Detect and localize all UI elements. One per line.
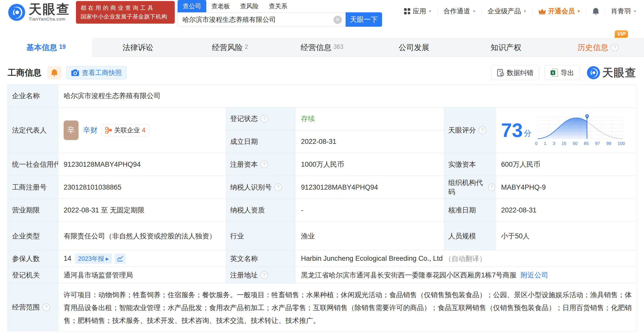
company-name-label: 企业名称	[8, 85, 58, 107]
help-icon[interactable]: ?	[260, 115, 268, 123]
view-snapshot-label: 查看工商快照	[82, 68, 122, 77]
help-icon[interactable]: ?	[260, 271, 268, 279]
view-snapshot-button[interactable]: 查看工商快照	[66, 66, 127, 79]
top-menu: 应用▼ 合作通道▼ 企业级产品▼ 开通会员▼ 肖青羽▼	[404, 7, 637, 16]
monitor-bell-button[interactable]	[47, 66, 62, 79]
approval-date-label: 核准日期	[444, 199, 495, 222]
crown-icon	[538, 8, 546, 15]
user-menu[interactable]: 肖青羽▼	[611, 7, 637, 16]
help-icon[interactable]: ?	[488, 183, 495, 191]
chevron-down-icon: ▼	[428, 9, 432, 13]
clear-search-icon[interactable]: ✕	[334, 16, 342, 24]
divider	[482, 8, 482, 15]
help-icon[interactable]: ?	[260, 161, 268, 168]
english-name-label: 英文名称	[226, 250, 295, 267]
taxpayer-id-label: 纳税人识别号?	[226, 176, 295, 199]
registration-authority-value: 通河县市场监督管理局	[58, 267, 226, 283]
tab-label: 法律诉讼	[123, 42, 153, 53]
tab-label: 经营信息	[301, 42, 331, 53]
insured-count-value: 14	[64, 255, 71, 263]
notification-bell[interactable]	[592, 7, 599, 15]
help-icon[interactable]: ?	[479, 126, 486, 134]
data-correction-label: 数据纠错	[507, 68, 533, 77]
export-label: 导出	[561, 68, 574, 77]
reg-number-label: 工商注册号	[8, 176, 58, 199]
tab-company-development[interactable]: 公司发展	[368, 38, 460, 57]
bell-icon	[51, 69, 58, 77]
registered-address-label: 注册地址?	[226, 267, 295, 283]
company-type-label: 企业类型	[8, 222, 58, 250]
org-chart-icon	[105, 127, 112, 134]
divider	[605, 8, 605, 15]
legal-rep-name-link[interactable]: 辛财	[83, 125, 97, 135]
trend-chart-icon[interactable]	[114, 254, 126, 264]
brand-name: 天眼查	[29, 3, 70, 16]
help-icon[interactable]: ?	[42, 303, 50, 311]
search-tab-company[interactable]: 查公司	[178, 0, 206, 12]
registration-authority-label: 登记机关	[8, 267, 58, 283]
tianyancha-logo[interactable]: 天眼查 TianYanCha.com	[8, 3, 72, 22]
reg-status-value: 存续	[295, 107, 444, 130]
score-unit: 分	[524, 128, 532, 139]
menu-enterprise-label: 企业级产品	[487, 7, 521, 16]
business-term-value: 2022-08-31 至 无固定期限	[58, 199, 226, 222]
taxpayer-quality-value: -	[295, 199, 444, 222]
tab-operating-risk[interactable]: 经营风险 2	[184, 38, 276, 57]
tianyancha-logo-icon	[8, 3, 26, 21]
tab-legal-proceedings[interactable]: 法律诉讼	[92, 38, 184, 57]
industry-label: 行业	[226, 222, 295, 250]
menu-partner[interactable]: 合作通道▼	[444, 7, 476, 16]
username: 肖青羽	[611, 7, 631, 16]
tab-label: 历史信息	[578, 42, 608, 53]
taxpayer-quality-label: 纳税人资质	[226, 199, 295, 222]
export-button[interactable]: X 导出	[544, 65, 580, 80]
paid-capital-value: 600万人民币	[495, 153, 637, 176]
tab-business-info[interactable]: 经营信息 363	[276, 38, 368, 57]
auto-translate-note: （自动翻译）	[445, 254, 486, 263]
search-tab-relation[interactable]: 查关系	[264, 0, 292, 12]
tianyan-score-cell[interactable]: 73 分	[495, 107, 637, 153]
insured-count-cell: 14 2023年报 ▸	[58, 250, 226, 267]
brand-slogan-badge: 都在用的商业查询工具 国家中小企业发展子基金旗下机构	[76, 1, 175, 24]
search-input[interactable]	[178, 12, 346, 27]
tab-label: 知识产权	[491, 42, 521, 53]
chevron-down-icon: ▼	[577, 9, 581, 13]
menu-apps[interactable]: 应用▼	[404, 7, 432, 16]
help-icon[interactable]: ?	[611, 44, 619, 51]
menu-vip[interactable]: 开通会员▼	[538, 7, 581, 16]
nearby-companies-link[interactable]: 附近公司	[521, 271, 548, 280]
header: 天眼查 TianYanCha.com 都在用的商业查询工具 国家中小企业发展子基…	[0, 0, 644, 25]
insured-count-label: 参保人数	[8, 250, 58, 267]
chevron-down-icon: ▼	[523, 9, 527, 13]
business-scope-label: 经营范围?	[8, 283, 58, 331]
related-companies-button[interactable]: 关联企业 4	[101, 124, 149, 136]
menu-vip-label: 开通会员	[548, 7, 575, 16]
annual-report-link[interactable]: 2023年报 ▸	[75, 254, 112, 264]
divider	[532, 8, 533, 15]
uscc-label: 统一社会信用代码?	[8, 153, 58, 176]
score-distribution-chart: 01 315 5085 9799 100	[535, 114, 625, 146]
score-value: 73	[501, 120, 523, 140]
search-tab-risk[interactable]: 查风险	[235, 0, 264, 12]
business-term-label: 营业期限	[8, 199, 58, 222]
slogan-line1: 都在用的商业查询工具	[81, 4, 170, 12]
approval-date-value: 2022-08-31	[495, 199, 637, 222]
search-submit-button[interactable]: 天眼一下	[346, 12, 382, 27]
search-tab-boss[interactable]: 查老板	[206, 0, 235, 12]
business-scope-value: 许可项目：动物饲养；牲畜饲养；住宿服务；餐饮服务。一般项目：牲畜销售；水果种植；…	[58, 283, 637, 331]
search-area: 查公司 查老板 查风险 查关系 ✕ 天眼一下	[178, 2, 383, 27]
menu-enterprise[interactable]: 企业级产品▼	[487, 7, 527, 16]
tab-label: 基本信息	[26, 42, 57, 53]
business-info-section-header: 工商信息 查看工商快照 数据纠错	[8, 65, 636, 81]
business-registration-table: 企业名称 哈尔滨市浚程生态养殖有限公司 法定代表人 辛 辛财 关联企业 4 登记…	[8, 84, 636, 331]
tab-intellectual-property[interactable]: 知识产权	[460, 38, 552, 57]
staff-size-label: 人员规模	[444, 222, 495, 250]
help-icon[interactable]: ?	[274, 183, 282, 191]
legal-rep-avatar[interactable]: 辛	[64, 120, 79, 140]
tab-basic-info[interactable]: 基本信息 19	[0, 38, 92, 57]
excel-icon: X	[550, 69, 558, 77]
org-code-value: MABY4PHQ-9	[495, 176, 637, 199]
svg-text:X: X	[552, 71, 554, 75]
tab-history-info[interactable]: VIP 历史信息 ?	[552, 38, 644, 57]
data-correction-button[interactable]: 数据纠错	[491, 65, 539, 80]
